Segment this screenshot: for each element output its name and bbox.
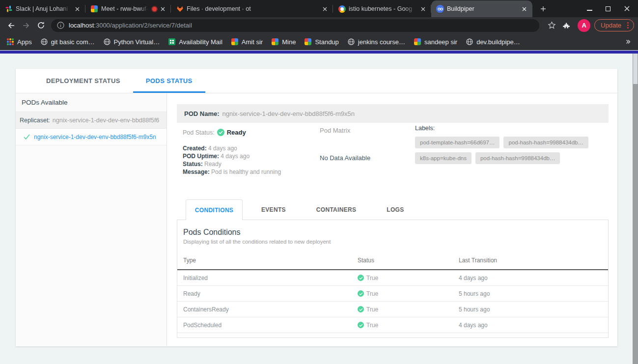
tab-pods-status[interactable]: PODS STATUS <box>133 69 205 93</box>
state-value: Ready <box>204 161 222 168</box>
created-value: 4 days ago <box>208 145 237 152</box>
bookmark-amit-sir[interactable]: Amit sir <box>231 38 263 46</box>
bookmark-standup[interactable]: Standup <box>305 38 338 46</box>
check-icon <box>24 134 30 140</box>
bookmark-label: Standup <box>315 38 338 46</box>
tab-label: EVENTS <box>261 206 286 213</box>
tab-logs[interactable]: LOGS <box>375 199 416 220</box>
gitlab-icon <box>176 5 184 13</box>
tab-title: Buildpiper <box>447 5 517 12</box>
restore-button[interactable] <box>605 5 611 12</box>
browser-tab-buildpiper[interactable]: Buildpiper <box>431 0 532 17</box>
bookmark-label: sandeep sir <box>424 38 457 46</box>
browser-tab-google[interactable]: istio kubernetes - Goog <box>333 0 431 17</box>
globe-icon <box>104 38 111 45</box>
buildpiper-icon <box>436 5 444 13</box>
extensions-icon[interactable] <box>559 18 574 33</box>
condition-time: 4 days ago <box>459 275 602 281</box>
close-icon[interactable] <box>419 5 427 13</box>
condition-status: True <box>366 306 378 313</box>
bookmark-dev-buildpiper[interactable]: dev.buildpipe… <box>466 38 520 46</box>
meet-icon <box>305 38 311 45</box>
globe-icon <box>466 38 473 45</box>
replicaset-row: Replicaset: ngnix-service-1-dev-dev-env-… <box>16 112 166 129</box>
page-accent-bar <box>0 51 638 54</box>
condition-status: True <box>366 322 378 329</box>
pod-matrix-empty: No Data Available <box>320 154 370 162</box>
browser-tab-gitlab[interactable]: Files · development · ot <box>171 0 333 17</box>
table-row: PodScheduled True 4 days ago <box>177 317 608 333</box>
tab-containers[interactable]: CONTAINERS <box>305 199 368 220</box>
table-row: Ready True 5 hours ago <box>177 286 608 302</box>
url-host: localhost <box>69 22 94 29</box>
bookmark-star-icon[interactable] <box>544 18 559 33</box>
update-label: Update <box>601 22 621 29</box>
pod-list-item[interactable]: ngnix-service-1-dev-dev-env-bbd88f5f6-m9… <box>16 129 166 145</box>
bookmark-jenkins-course[interactable]: jenkins course… <box>348 38 405 46</box>
bookmarks-overflow-button[interactable] <box>625 39 631 45</box>
bookmark-python-virtual[interactable]: Python Virtual… <box>104 38 160 46</box>
bookmark-label: Amit sir <box>242 38 263 46</box>
label-chip: pod-hash-hash=9988434db… <box>475 152 560 164</box>
status-check-icon <box>217 129 224 136</box>
bookmark-label: Availability Mail <box>179 38 222 46</box>
slack-icon <box>5 5 13 13</box>
bookmark-git-basics[interactable]: git basic com… <box>41 38 95 46</box>
tab-label: LOGS <box>387 206 404 213</box>
close-icon[interactable] <box>159 5 167 13</box>
bookmark-sandeep-sir[interactable]: sandeep sir <box>414 38 457 46</box>
tab-conditions[interactable]: CONDITIONS <box>186 199 243 220</box>
new-tab-button[interactable] <box>536 2 550 16</box>
true-check-icon <box>358 275 364 281</box>
pods-available-title: PODs Available <box>16 93 166 112</box>
page-info-icon[interactable] <box>57 22 64 29</box>
condition-status: True <box>366 290 378 297</box>
conditions-table: Type Status Last Transition Initialized … <box>177 252 608 333</box>
forward-button[interactable] <box>19 18 33 33</box>
message-label: Message: <box>183 168 210 175</box>
address-bar[interactable]: localhost:3000/application/2/service/7/d… <box>51 19 539 32</box>
scrollbar-thumb[interactable] <box>633 54 638 84</box>
close-icon[interactable] <box>73 5 82 13</box>
close-window-button[interactable] <box>623 5 630 12</box>
replicaset-label: Replicaset: <box>20 117 50 124</box>
condition-time: 5 hours ago <box>459 290 602 297</box>
profile-avatar[interactable]: A <box>578 19 590 32</box>
message-value: Pod is healthy and running <box>211 168 281 175</box>
close-icon[interactable] <box>520 5 528 13</box>
bookmark-apps[interactable]: Apps <box>7 38 32 46</box>
pod-link[interactable]: ngnix-service-1-dev-dev-env-bbd88f5f6-m9… <box>34 134 156 140</box>
bookmark-label: jenkins course… <box>358 38 405 46</box>
condition-type: PodScheduled <box>183 322 358 329</box>
close-icon[interactable] <box>321 5 329 13</box>
update-button[interactable]: Update <box>594 19 634 31</box>
label-chip: k8s-app=kube-dns <box>415 152 472 164</box>
browser-menu-icon[interactable] <box>625 21 631 29</box>
col-type: Type <box>183 257 358 264</box>
uptime-value: 4 days ago <box>221 153 250 160</box>
recording-icon <box>152 7 157 11</box>
service-detail-card: DEPLOYMENT STATUS PODS STATUS PODs Avail… <box>16 69 617 346</box>
tab-title: Files · development · ot <box>187 5 318 12</box>
browser-window: Slack | Anuj Lohani | Op Meet - rww-bwuf… <box>0 0 638 364</box>
reload-button[interactable] <box>33 18 48 33</box>
col-status: Status <box>358 257 459 264</box>
replicaset-value: ngnix-service-1-dev-dev-env-bbd88f5f6 <box>53 117 159 124</box>
browser-tab-meet[interactable]: Meet - rww-bwuf-cf <box>85 0 171 17</box>
labels-title: Labels: <box>415 125 604 132</box>
table-row: ContainersReady True 5 hours ago <box>177 302 608 317</box>
bookmark-availability-mail[interactable]: Availability Mail <box>168 38 222 46</box>
back-button[interactable] <box>4 18 19 33</box>
pod-name-bar: POD Name: ngnix-service-1-dev-dev-env-bb… <box>177 104 609 123</box>
pod-status-line: Pod Status: Ready <box>183 129 246 136</box>
browser-tab-slack[interactable]: Slack | Anuj Lohani | Op <box>0 0 85 17</box>
bookmark-mine[interactable]: Mine <box>272 38 296 46</box>
pod-status-value: Ready <box>227 129 246 136</box>
minimize-button[interactable] <box>586 5 593 12</box>
tab-deployment-status[interactable]: DEPLOYMENT STATUS <box>33 69 133 93</box>
tab-strip: Slack | Anuj Lohani | Op Meet - rww-bwuf… <box>0 0 638 17</box>
meet-icon <box>90 5 98 13</box>
page-scrollbar[interactable] <box>633 54 638 364</box>
tab-events[interactable]: EVENTS <box>250 199 298 220</box>
true-check-icon <box>358 322 364 328</box>
